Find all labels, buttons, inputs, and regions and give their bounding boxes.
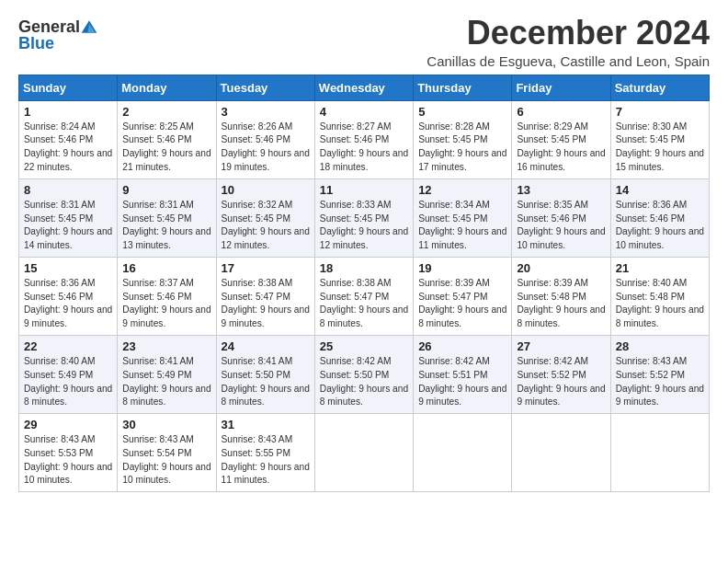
calendar-cell: 26Sunrise: 8:42 AM Sunset: 5:51 PM Dayli…: [414, 335, 512, 413]
calendar-cell: 30Sunrise: 8:43 AM Sunset: 5:54 PM Dayli…: [118, 414, 216, 492]
calendar-cell: 11Sunrise: 8:33 AM Sunset: 5:45 PM Dayli…: [314, 178, 413, 257]
calendar-cell: 4Sunrise: 8:27 AM Sunset: 5:46 PM Daylig…: [314, 100, 413, 178]
cell-info: Sunrise: 8:36 AM Sunset: 5:46 PM Dayligh…: [616, 199, 704, 253]
day-number: 31: [222, 418, 310, 431]
logo-blue-text: Blue: [18, 35, 54, 52]
calendar-cell: 13Sunrise: 8:35 AM Sunset: 5:46 PM Dayli…: [512, 178, 610, 257]
cell-info: Sunrise: 8:26 AM Sunset: 5:46 PM Dayligh…: [222, 121, 310, 175]
calendar-header-thursday: Thursday: [414, 75, 512, 100]
calendar-cell: 12Sunrise: 8:34 AM Sunset: 5:45 PM Dayli…: [414, 178, 512, 257]
day-number: 25: [320, 339, 408, 353]
day-number: 3: [222, 105, 310, 119]
cell-info: Sunrise: 8:42 AM Sunset: 5:52 PM Dayligh…: [517, 355, 605, 409]
calendar-cell: 25Sunrise: 8:42 AM Sunset: 5:50 PM Dayli…: [314, 335, 413, 413]
day-number: 23: [122, 339, 210, 353]
calendar-header-saturday: Saturday: [610, 75, 709, 100]
cell-info: Sunrise: 8:39 AM Sunset: 5:48 PM Dayligh…: [517, 277, 605, 331]
cell-info: Sunrise: 8:42 AM Sunset: 5:51 PM Dayligh…: [418, 355, 506, 409]
calendar-cell: 27Sunrise: 8:42 AM Sunset: 5:52 PM Dayli…: [512, 335, 610, 413]
cell-info: Sunrise: 8:27 AM Sunset: 5:46 PM Dayligh…: [320, 121, 408, 175]
calendar-cell: 31Sunrise: 8:43 AM Sunset: 5:55 PM Dayli…: [216, 414, 314, 492]
day-number: 14: [616, 183, 704, 197]
calendar-cell: 9Sunrise: 8:31 AM Sunset: 5:45 PM Daylig…: [118, 178, 216, 257]
cell-info: Sunrise: 8:40 AM Sunset: 5:48 PM Dayligh…: [616, 277, 704, 331]
header: General Blue December 2024 Canillas de E…: [18, 15, 710, 69]
calendar-cell: [512, 414, 610, 492]
calendar-cell: 16Sunrise: 8:37 AM Sunset: 5:46 PM Dayli…: [118, 257, 216, 335]
calendar-cell: 18Sunrise: 8:38 AM Sunset: 5:47 PM Dayli…: [314, 257, 413, 335]
calendar-week-row: 1Sunrise: 8:24 AM Sunset: 5:46 PM Daylig…: [19, 100, 710, 178]
cell-info: Sunrise: 8:43 AM Sunset: 5:55 PM Dayligh…: [222, 433, 310, 488]
calendar-header-row: SundayMondayTuesdayWednesdayThursdayFrid…: [19, 75, 710, 100]
day-number: 30: [122, 418, 210, 431]
cell-info: Sunrise: 8:31 AM Sunset: 5:45 PM Dayligh…: [24, 199, 112, 253]
calendar-header-friday: Friday: [512, 75, 610, 100]
cell-info: Sunrise: 8:36 AM Sunset: 5:46 PM Dayligh…: [24, 277, 112, 331]
calendar-table: SundayMondayTuesdayWednesdayThursdayFrid…: [18, 75, 710, 493]
cell-info: Sunrise: 8:43 AM Sunset: 5:54 PM Dayligh…: [122, 433, 210, 488]
day-number: 19: [418, 261, 506, 275]
calendar-cell: 10Sunrise: 8:32 AM Sunset: 5:45 PM Dayli…: [216, 178, 314, 257]
logo: General Blue: [18, 18, 98, 52]
calendar-cell: 14Sunrise: 8:36 AM Sunset: 5:46 PM Dayli…: [610, 178, 709, 257]
cell-info: Sunrise: 8:43 AM Sunset: 5:53 PM Dayligh…: [24, 433, 112, 488]
cell-info: Sunrise: 8:40 AM Sunset: 5:49 PM Dayligh…: [24, 355, 112, 409]
calendar-cell: 3Sunrise: 8:26 AM Sunset: 5:46 PM Daylig…: [216, 100, 314, 178]
calendar-cell: 28Sunrise: 8:43 AM Sunset: 5:52 PM Dayli…: [610, 335, 709, 413]
cell-info: Sunrise: 8:37 AM Sunset: 5:46 PM Dayligh…: [122, 277, 210, 331]
calendar-body: 1Sunrise: 8:24 AM Sunset: 5:46 PM Daylig…: [19, 100, 710, 492]
day-number: 26: [418, 339, 506, 353]
day-number: 11: [320, 183, 408, 197]
cell-info: Sunrise: 8:33 AM Sunset: 5:45 PM Dayligh…: [320, 199, 408, 253]
cell-info: Sunrise: 8:38 AM Sunset: 5:47 PM Dayligh…: [320, 277, 408, 331]
day-number: 28: [616, 339, 704, 353]
calendar-cell: 21Sunrise: 8:40 AM Sunset: 5:48 PM Dayli…: [610, 257, 709, 335]
cell-info: Sunrise: 8:41 AM Sunset: 5:50 PM Dayligh…: [222, 355, 310, 409]
day-number: 13: [517, 183, 605, 197]
cell-info: Sunrise: 8:28 AM Sunset: 5:45 PM Dayligh…: [418, 121, 506, 175]
cell-info: Sunrise: 8:32 AM Sunset: 5:45 PM Dayligh…: [222, 199, 310, 253]
calendar-week-row: 8Sunrise: 8:31 AM Sunset: 5:45 PM Daylig…: [19, 178, 710, 257]
calendar-cell: 2Sunrise: 8:25 AM Sunset: 5:46 PM Daylig…: [118, 100, 216, 178]
cell-info: Sunrise: 8:41 AM Sunset: 5:49 PM Dayligh…: [122, 355, 210, 409]
day-number: 27: [517, 339, 605, 353]
calendar-week-row: 15Sunrise: 8:36 AM Sunset: 5:46 PM Dayli…: [19, 257, 710, 335]
calendar-cell: 5Sunrise: 8:28 AM Sunset: 5:45 PM Daylig…: [414, 100, 512, 178]
day-number: 8: [24, 183, 112, 197]
cell-info: Sunrise: 8:24 AM Sunset: 5:46 PM Dayligh…: [24, 121, 112, 175]
month-title: December 2024: [427, 15, 710, 52]
location-subtitle: Canillas de Esgueva, Castille and Leon, …: [427, 53, 710, 69]
calendar-header-wednesday: Wednesday: [314, 75, 413, 100]
cell-info: Sunrise: 8:31 AM Sunset: 5:45 PM Dayligh…: [122, 199, 210, 253]
day-number: 7: [616, 105, 704, 119]
cell-info: Sunrise: 8:42 AM Sunset: 5:50 PM Dayligh…: [320, 355, 408, 409]
cell-info: Sunrise: 8:29 AM Sunset: 5:45 PM Dayligh…: [517, 121, 605, 175]
calendar-header-sunday: Sunday: [19, 75, 118, 100]
calendar-cell: 6Sunrise: 8:29 AM Sunset: 5:45 PM Daylig…: [512, 100, 610, 178]
calendar-cell: 19Sunrise: 8:39 AM Sunset: 5:47 PM Dayli…: [414, 257, 512, 335]
day-number: 9: [122, 183, 210, 197]
day-number: 5: [418, 105, 506, 119]
day-number: 6: [517, 105, 605, 119]
calendar-header-tuesday: Tuesday: [216, 75, 314, 100]
calendar-cell: 22Sunrise: 8:40 AM Sunset: 5:49 PM Dayli…: [19, 335, 118, 413]
day-number: 1: [24, 105, 112, 119]
cell-info: Sunrise: 8:39 AM Sunset: 5:47 PM Dayligh…: [418, 277, 506, 331]
calendar-cell: [610, 414, 709, 492]
calendar-header-monday: Monday: [118, 75, 216, 100]
cell-info: Sunrise: 8:35 AM Sunset: 5:46 PM Dayligh…: [517, 199, 605, 253]
calendar-week-row: 22Sunrise: 8:40 AM Sunset: 5:49 PM Dayli…: [19, 335, 710, 413]
calendar-cell: 1Sunrise: 8:24 AM Sunset: 5:46 PM Daylig…: [19, 100, 118, 178]
day-number: 20: [517, 261, 605, 275]
cell-info: Sunrise: 8:25 AM Sunset: 5:46 PM Dayligh…: [122, 121, 210, 175]
day-number: 24: [222, 339, 310, 353]
calendar-cell: [314, 414, 413, 492]
calendar-cell: 7Sunrise: 8:30 AM Sunset: 5:45 PM Daylig…: [610, 100, 709, 178]
cell-info: Sunrise: 8:34 AM Sunset: 5:45 PM Dayligh…: [418, 199, 506, 253]
day-number: 2: [122, 105, 210, 119]
calendar-cell: [414, 414, 512, 492]
day-number: 16: [122, 261, 210, 275]
day-number: 17: [222, 261, 310, 275]
calendar-cell: 8Sunrise: 8:31 AM Sunset: 5:45 PM Daylig…: [19, 178, 118, 257]
cell-info: Sunrise: 8:43 AM Sunset: 5:52 PM Dayligh…: [616, 355, 704, 409]
